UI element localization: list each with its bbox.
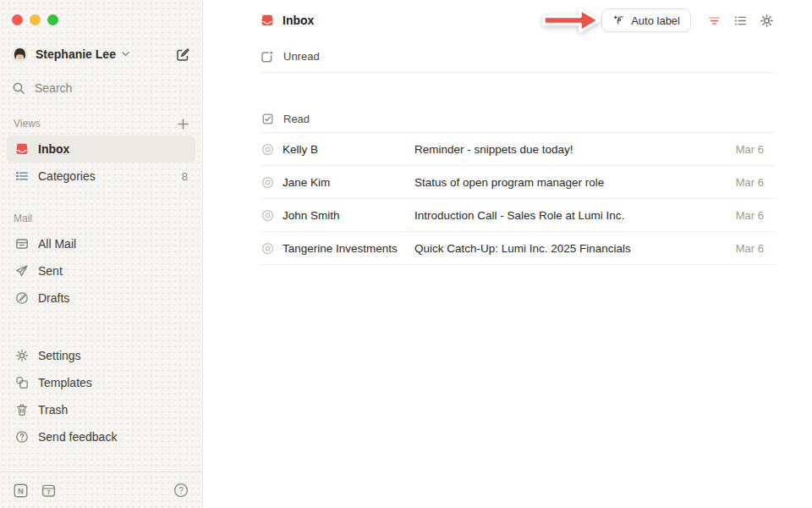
sidebar-item-label: Trash xyxy=(38,403,68,417)
close-window-button[interactable] xyxy=(12,14,23,25)
account-name[interactable]: Stephanie Lee xyxy=(36,47,116,61)
svg-text:7: 7 xyxy=(47,489,51,496)
all-mail-icon xyxy=(14,237,29,251)
gear-icon xyxy=(760,14,774,28)
svg-text:N: N xyxy=(18,486,24,495)
annotation-arrow-icon xyxy=(539,4,603,36)
add-view-button[interactable] xyxy=(178,119,189,130)
read-label: Read xyxy=(283,113,310,125)
email-subject: Introduction Call - Sales Role at Lumi I… xyxy=(414,209,736,222)
email-list: Unread Read Kelly B Reminder - snippets … xyxy=(203,41,812,265)
read-status-icon xyxy=(261,241,274,255)
auto-label-label: Auto label xyxy=(631,14,680,27)
sidebar-item-templates[interactable]: Templates xyxy=(7,369,195,396)
main-panel: Inbox Auto label xyxy=(203,0,812,508)
email-subject: Reminder - snippets due today! xyxy=(414,143,736,156)
unread-icon xyxy=(261,50,274,64)
profile-row: Stephanie Lee xyxy=(12,43,190,65)
filter-icon xyxy=(707,14,721,28)
paper-plane-icon xyxy=(14,264,29,279)
sidebar-item-label: Inbox xyxy=(38,142,69,156)
svg-text:?: ? xyxy=(178,486,184,495)
notion-logo-icon[interactable]: N xyxy=(14,483,28,498)
views-nav: Inbox Categories 8 xyxy=(0,135,202,190)
list-icon xyxy=(733,14,748,28)
email-row[interactable]: Tangerine Investments Quick Catch-Up: Lu… xyxy=(261,232,776,265)
avatar[interactable] xyxy=(12,47,28,63)
email-sender: Jane Kim xyxy=(283,176,414,189)
sidebar-item-sent[interactable]: Sent xyxy=(7,257,195,284)
inbox-icon xyxy=(14,142,29,157)
search-button[interactable]: Search xyxy=(12,78,190,98)
sidebar: Stephanie Lee Search Views xyxy=(0,0,203,508)
draft-pencil-icon xyxy=(14,291,29,306)
sidebar-item-label: Categories xyxy=(38,169,96,183)
view-title: Inbox xyxy=(261,14,314,27)
email-row[interactable]: Kelly B Reminder - snippets due today! M… xyxy=(261,133,776,166)
app-window: Stephanie Lee Search Views xyxy=(0,0,812,508)
search-icon xyxy=(12,81,25,95)
sidebar-footer: N 7 ? xyxy=(0,472,202,508)
sidebar-item-all-mail[interactable]: All Mail xyxy=(7,230,195,257)
email-date: Mar 6 xyxy=(736,176,776,189)
views-section-header: Views xyxy=(14,115,189,132)
auto-label-button[interactable]: Auto label xyxy=(601,8,691,32)
email-sender: Tangerine Investments xyxy=(283,242,414,255)
sidebar-item-label: Templates xyxy=(38,376,92,389)
tools-nav: Settings Templates xyxy=(0,342,202,450)
sidebar-item-categories[interactable]: Categories 8 xyxy=(7,163,195,190)
read-section-header[interactable]: Read xyxy=(261,105,776,133)
sidebar-item-label: Sent xyxy=(38,264,63,278)
sidebar-item-trash[interactable]: Trash xyxy=(7,396,195,423)
sidebar-item-label: Drafts xyxy=(38,291,69,305)
email-date: Mar 6 xyxy=(736,242,776,255)
compose-button[interactable] xyxy=(176,47,190,62)
sidebar-item-label: All Mail xyxy=(38,237,76,251)
unread-section-header[interactable]: Unread xyxy=(261,41,776,73)
views-label: Views xyxy=(14,118,41,130)
read-status-icon xyxy=(261,208,274,222)
sidebar-item-settings[interactable]: Settings xyxy=(7,342,195,369)
unread-label: Unread xyxy=(283,50,320,63)
minimize-window-button[interactable] xyxy=(30,14,41,25)
trash-icon xyxy=(14,403,29,417)
email-subject: Status of open program manager role xyxy=(414,176,736,189)
zoom-window-button[interactable] xyxy=(47,14,58,25)
header-actions: Auto label xyxy=(539,4,775,36)
sidebar-item-label: Settings xyxy=(38,349,81,362)
sidebar-item-drafts[interactable]: Drafts xyxy=(7,284,195,312)
email-date: Mar 6 xyxy=(736,209,776,222)
search-label: Search xyxy=(35,81,72,95)
email-date: Mar 6 xyxy=(736,143,776,156)
list-view-button[interactable] xyxy=(732,12,749,29)
chevron-down-icon[interactable] xyxy=(122,52,129,57)
categories-count-badge: 8 xyxy=(182,170,188,183)
read-checkbox-icon xyxy=(261,112,274,125)
inbox-icon xyxy=(261,14,274,27)
page-title: Inbox xyxy=(283,14,314,27)
mail-nav: All Mail Sent Drafts xyxy=(0,230,202,312)
gear-icon xyxy=(14,349,29,363)
email-row[interactable]: Jane Kim Status of open program manager … xyxy=(261,166,776,199)
sidebar-item-send-feedback[interactable]: Send feedback xyxy=(7,423,195,450)
settings-button[interactable] xyxy=(758,12,775,29)
email-row[interactable]: John Smith Introduction Call - Sales Rol… xyxy=(261,199,776,232)
calendar-icon[interactable]: 7 xyxy=(41,483,56,498)
email-subject: Quick Catch-Up: Lumi Inc. 2025 Financial… xyxy=(414,242,736,255)
read-status-icon xyxy=(261,175,274,189)
email-sender: Kelly B xyxy=(283,143,414,156)
auto-label-sparkle-icon xyxy=(612,14,625,27)
categories-list-icon xyxy=(14,169,29,184)
templates-shapes-icon xyxy=(14,376,29,390)
question-circle-icon xyxy=(14,430,29,444)
mail-label: Mail xyxy=(14,213,32,224)
filter-button[interactable] xyxy=(705,12,722,29)
help-button[interactable]: ? xyxy=(173,483,189,498)
main-header: Inbox Auto label xyxy=(203,0,812,41)
sidebar-item-inbox[interactable]: Inbox xyxy=(7,135,195,163)
window-controls xyxy=(0,0,202,25)
email-sender: John Smith xyxy=(283,209,414,222)
read-status-icon xyxy=(261,142,274,156)
sidebar-item-label: Send feedback xyxy=(38,430,117,444)
mail-section-header: Mail xyxy=(14,210,189,227)
